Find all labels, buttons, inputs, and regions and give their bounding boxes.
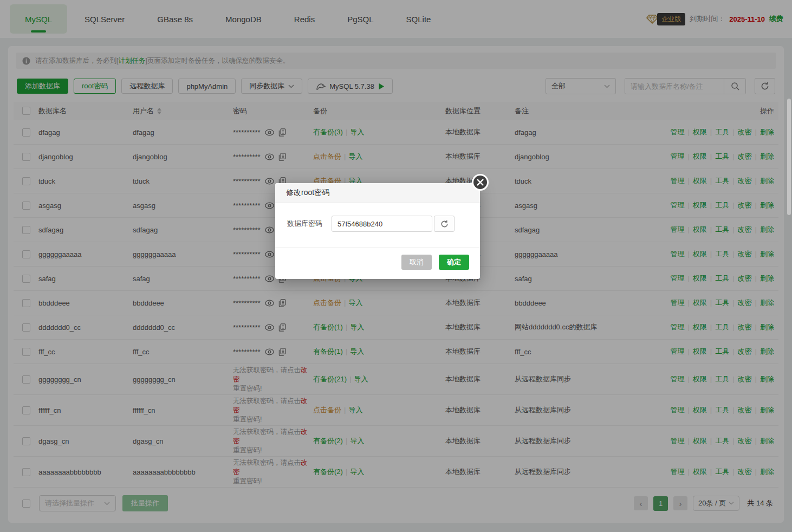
modal-close-button[interactable] — [472, 174, 489, 191]
root-password-modal: 修改root密码 数据库密码 取消 确定 — [275, 183, 480, 279]
regenerate-password-button[interactable] — [434, 216, 455, 232]
modal-footer: 取消 确定 — [275, 247, 480, 279]
db-password-input[interactable] — [332, 216, 432, 232]
password-input-group — [332, 216, 455, 232]
confirm-button[interactable]: 确定 — [439, 255, 469, 270]
cancel-button[interactable]: 取消 — [401, 255, 432, 270]
modal-body: 数据库密码 — [275, 203, 480, 247]
db-password-label: 数据库密码 — [287, 219, 332, 229]
scrollbar-thumb[interactable] — [787, 99, 791, 215]
modal-title: 修改root密码 — [275, 183, 480, 203]
